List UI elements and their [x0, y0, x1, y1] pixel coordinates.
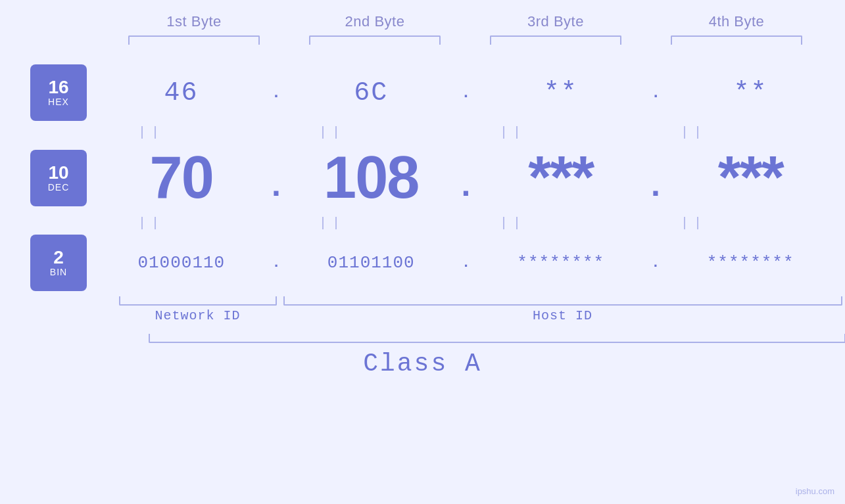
bin-badge-label: BIN [50, 267, 67, 277]
eq1-b3: || [441, 125, 585, 140]
hex-badge-number: 16 [48, 78, 68, 97]
hex-dot3: . [651, 84, 660, 102]
eq1-b4: || [621, 125, 766, 140]
eq2-b1: || [79, 216, 224, 231]
bin-b4: ******** [678, 253, 823, 273]
dec-b3: *** [489, 144, 633, 212]
bracket-b4 [671, 35, 802, 45]
bin-values: 01000110 . 01101100 . ******** . *******… [87, 253, 845, 273]
hex-badge: 16 HEX [30, 64, 87, 121]
bin-b2: 01101100 [299, 253, 443, 273]
top-brackets [104, 35, 827, 45]
dec-badge-number: 10 [48, 164, 68, 182]
byte1-header: 1st Byte [118, 13, 270, 30]
bin-b3: ******** [489, 253, 633, 273]
bin-dot1: . [272, 255, 280, 271]
eq2-b3: || [441, 216, 585, 231]
hex-dot2: . [461, 84, 470, 102]
bin-dot2: . [462, 255, 470, 271]
class-label: Class A [0, 350, 845, 378]
equals-row-1: || || || || [61, 125, 785, 140]
network-id-label: Network ID [119, 308, 277, 323]
bottom-brackets [119, 296, 842, 306]
hex-row: 16 HEX 46 . 6C . ** . ** [0, 64, 845, 121]
hex-values: 46 . 6C . ** . ** [87, 78, 845, 108]
full-bottom-bracket [149, 334, 846, 343]
id-labels: Network ID Host ID [119, 308, 842, 323]
host-bracket [283, 296, 842, 306]
bracket-b1 [128, 35, 260, 45]
dec-badge-label: DEC [48, 182, 70, 193]
hex-b3: ** [489, 78, 633, 108]
dec-dot3: . [651, 166, 660, 204]
hex-badge-label: HEX [48, 97, 69, 107]
eq2-b4: || [621, 216, 766, 231]
dec-dot1: . [272, 166, 281, 204]
eq2-b2: || [260, 216, 404, 231]
bracket-b3 [490, 35, 621, 45]
hex-dot1: . [272, 84, 281, 102]
dec-b4: *** [678, 144, 823, 212]
equals-row-2: || || || || [61, 216, 785, 231]
eq1-b2: || [260, 125, 404, 140]
dec-dot2: . [462, 166, 471, 204]
byte2-header: 2nd Byte [299, 13, 450, 30]
eq1-b1: || [79, 125, 224, 140]
network-bracket [119, 296, 277, 306]
bin-b1: 01000110 [109, 253, 254, 273]
dec-badge: 10 DEC [30, 150, 87, 206]
bracket-b2 [309, 35, 441, 45]
dec-row: 10 DEC 70 . 108 . *** . *** [0, 144, 845, 212]
dec-b1: 70 [109, 144, 254, 212]
byte-headers: 1st Byte 2nd Byte 3rd Byte 4th Byte [104, 13, 827, 30]
watermark: ipshu.com [796, 486, 834, 496]
bin-badge: 2 BIN [30, 235, 87, 291]
byte3-header: 3rd Byte [480, 13, 631, 30]
host-id-label: Host ID [283, 308, 842, 323]
hex-b2: 6C [299, 78, 443, 108]
bin-row: 2 BIN 01000110 . 01101100 . ******** . *… [0, 235, 845, 291]
hex-b4: ** [678, 78, 823, 108]
bin-dot3: . [651, 255, 660, 271]
dec-values: 70 . 108 . *** . *** [87, 144, 845, 212]
bin-badge-number: 2 [53, 248, 64, 267]
dec-b2: 108 [299, 144, 443, 212]
main-container: 1st Byte 2nd Byte 3rd Byte 4th Byte 16 H… [0, 0, 845, 504]
byte4-header: 4th Byte [661, 13, 812, 30]
hex-b1: 46 [109, 78, 254, 108]
